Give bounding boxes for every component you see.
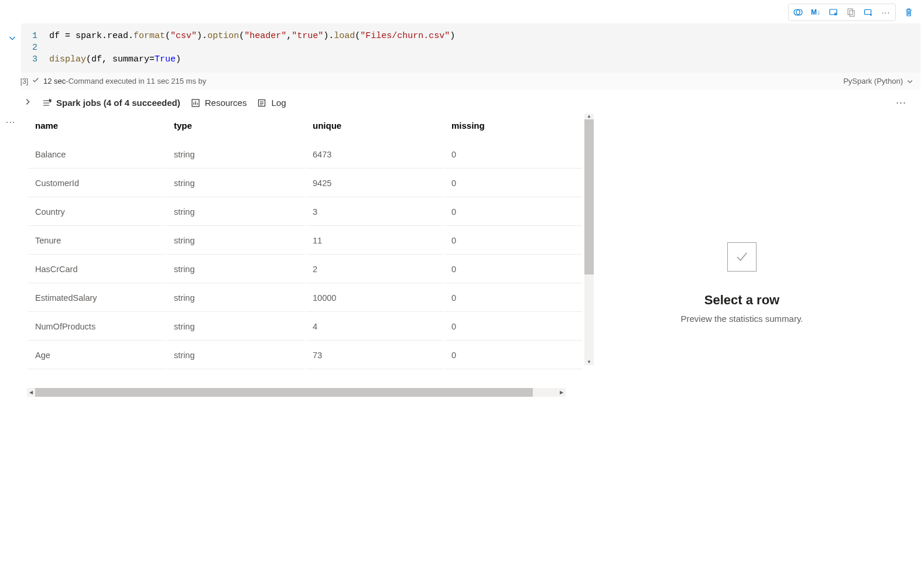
table-row[interactable]: Tenurestring110 xyxy=(28,227,582,255)
cell-type: string xyxy=(167,284,304,312)
cell-missing: 0 xyxy=(444,170,582,197)
cell-type: string xyxy=(167,313,304,341)
cell-missing: 0 xyxy=(444,256,582,283)
cell-missing: 0 xyxy=(444,227,582,255)
expand-output-icon[interactable] xyxy=(23,98,32,108)
language-selector[interactable]: PySpark (Python) xyxy=(843,77,913,85)
table-row[interactable]: Countrystring30 xyxy=(28,198,582,226)
table-row[interactable]: Balancestring64730 xyxy=(28,141,582,169)
table-row[interactable]: Agestring730 xyxy=(28,342,582,369)
scroll-thumb[interactable] xyxy=(35,388,533,397)
header-unique[interactable]: unique xyxy=(306,115,443,140)
header-name[interactable]: name xyxy=(28,115,166,140)
header-missing[interactable]: missing xyxy=(444,115,582,140)
scroll-down-icon[interactable]: ▼ xyxy=(587,359,591,365)
cell-toolbar-group: M↓ ··· xyxy=(788,4,896,21)
language-label: PySpark (Python) xyxy=(843,77,903,85)
cell-name: Country xyxy=(28,198,166,226)
cell-name: CustomerId xyxy=(28,170,166,197)
header-type[interactable]: type xyxy=(167,115,304,140)
line-number: 2 xyxy=(26,42,49,54)
output-more-icon[interactable]: ··· xyxy=(896,97,906,109)
cell-name: Tenure xyxy=(28,227,166,255)
log-label: Log xyxy=(271,98,286,108)
summary-table-wrap: name type unique missing Balancestring64… xyxy=(27,114,583,370)
scroll-thumb[interactable] xyxy=(584,119,594,274)
cell-name: NumOfProducts xyxy=(28,313,166,341)
cell-unique: 9425 xyxy=(306,170,443,197)
spark-jobs-button[interactable]: Spark jobs (4 of 4 succeeded) xyxy=(42,98,180,108)
svg-rect-4 xyxy=(850,11,854,16)
table-row[interactable]: CustomerIdstring94250 xyxy=(28,170,582,197)
scroll-up-icon[interactable]: ▲ xyxy=(587,114,591,119)
svg-rect-5 xyxy=(865,10,871,15)
cell-unique: 2 xyxy=(306,256,443,283)
success-check-icon xyxy=(32,76,40,86)
cell-missing: 0 xyxy=(444,313,582,341)
code-cell: 1 df = spark.read.format("csv").option("… xyxy=(0,23,924,90)
cell-name: Age xyxy=(28,342,166,369)
cell-missing: 0 xyxy=(444,141,582,169)
code-editor[interactable]: 1 df = spark.read.format("csv").option("… xyxy=(21,23,920,73)
preview-title: Select a row xyxy=(704,293,779,308)
svg-rect-3 xyxy=(848,9,853,15)
preview-check-icon xyxy=(727,242,757,272)
cell-unique: 73 xyxy=(306,342,443,369)
cell-unique: 6473 xyxy=(306,141,443,169)
cell-unique: 4 xyxy=(306,313,443,341)
line-number: 3 xyxy=(26,54,49,66)
table-row[interactable]: HasCrCardstring20 xyxy=(28,256,582,283)
left-gutter-more-icon[interactable]: ··· xyxy=(6,117,15,128)
cell-type: string xyxy=(167,198,304,226)
cell-unique: 10000 xyxy=(306,284,443,312)
cell-name: HasCrCard xyxy=(28,256,166,283)
cell-name: EstimatedSalary xyxy=(28,284,166,312)
delete-output-icon[interactable] xyxy=(825,5,841,19)
cell-status-bar: [3] 12 sec - Command executed in 11 sec … xyxy=(21,73,920,90)
cell-toolbar: M↓ ··· xyxy=(0,0,924,23)
cell-name: Balance xyxy=(28,141,166,169)
spark-jobs-label: Spark jobs (4 of 4 succeeded) xyxy=(56,98,180,108)
table-header-row: name type unique missing xyxy=(28,115,582,140)
scroll-left-icon[interactable]: ◀ xyxy=(27,390,35,395)
table-row[interactable]: EstimatedSalarystring100000 xyxy=(28,284,582,312)
cell-type: string xyxy=(167,170,304,197)
cell-missing: 0 xyxy=(444,284,582,312)
cell-type: string xyxy=(167,342,304,369)
code-line-3: display(df, summary=True) xyxy=(49,54,181,66)
cell-missing: 0 xyxy=(444,342,582,369)
table-row[interactable]: NumOfProductsstring40 xyxy=(28,313,582,341)
summary-table: name type unique missing Balancestring64… xyxy=(27,114,583,370)
exec-time: 12 sec xyxy=(43,77,66,85)
log-button[interactable]: Log xyxy=(257,98,286,108)
code-line-1: df = spark.read.format("csv").option("he… xyxy=(49,30,455,42)
cell-unique: 3 xyxy=(306,198,443,226)
preview-subtitle: Preview the statistics summary. xyxy=(681,314,803,324)
insert-cell-icon[interactable] xyxy=(860,5,877,19)
cell-more-icon[interactable]: ··· xyxy=(878,5,894,19)
line-number: 1 xyxy=(26,30,49,42)
cell-unique: 11 xyxy=(306,227,443,255)
copy-cell-icon[interactable] xyxy=(843,5,859,19)
resources-button[interactable]: Resources xyxy=(191,98,247,108)
resources-label: Resources xyxy=(205,98,247,108)
cell-index: [3] xyxy=(13,77,28,85)
output-toolbar: Spark jobs (4 of 4 succeeded) Resources … xyxy=(0,90,924,114)
exec-detail: Command executed in 11 sec 215 ms by xyxy=(69,77,207,85)
cell-type: string xyxy=(167,256,304,283)
data-wrangler-icon[interactable] xyxy=(790,5,806,19)
vertical-scrollbar[interactable]: ▲ ▼ xyxy=(584,114,594,365)
preview-panel: Select a row Preview the statistics summ… xyxy=(583,114,924,370)
cell-missing: 0 xyxy=(444,198,582,226)
horizontal-scrollbar[interactable]: ◀ ▶ xyxy=(27,388,566,397)
scroll-right-icon[interactable]: ▶ xyxy=(557,390,566,395)
convert-markdown-button[interactable]: M↓ xyxy=(807,5,824,19)
cell-type: string xyxy=(167,227,304,255)
delete-cell-icon[interactable] xyxy=(901,5,917,19)
result-panel: name type unique missing Balancestring64… xyxy=(0,114,924,370)
cell-type: string xyxy=(167,141,304,169)
